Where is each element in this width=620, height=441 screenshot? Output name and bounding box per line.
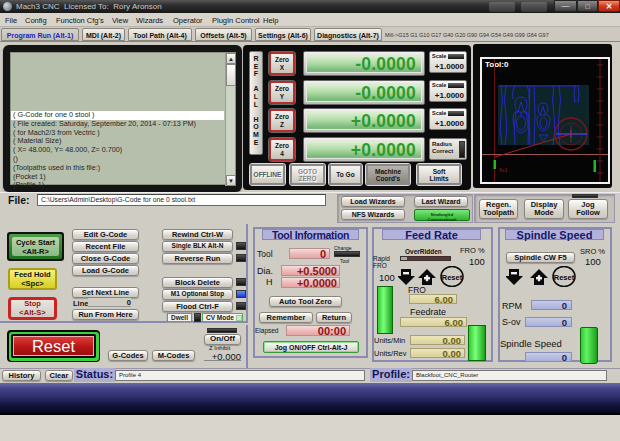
svg-text:Reset: Reset [442, 273, 463, 282]
svg-text:Reset: Reset [554, 273, 575, 282]
svg-text:X+1: X+1 [499, 168, 508, 173]
